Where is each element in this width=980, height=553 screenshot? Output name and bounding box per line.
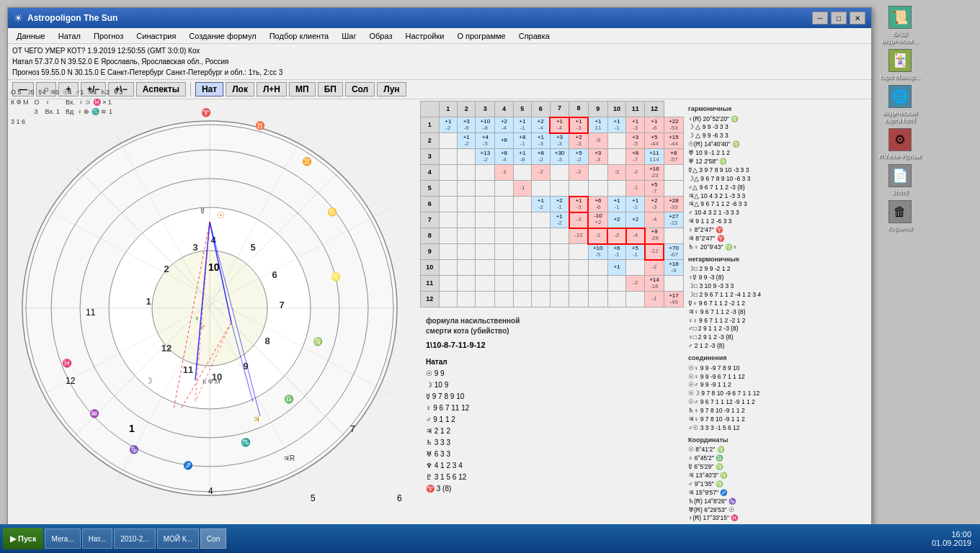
- svg-text:7: 7: [279, 300, 284, 310]
- menu-step[interactable]: Шаг: [336, 30, 362, 42]
- grid-header-2: 2: [458, 102, 476, 117]
- inharmonic-row-1: ☽□ 2 9 9 -2 1 2: [688, 265, 870, 274]
- grid-header-1: 1: [439, 102, 457, 117]
- natal-line-7: ♄ 3 3 3: [426, 437, 537, 449]
- window-controls: ─ □ ✕: [812, 12, 865, 24]
- desktop-area: 📜 ВАШ ведически... 🃏 таро Манар... 🌐 вед…: [872, 0, 980, 553]
- desktop-icon-vash[interactable]: 📜 ВАШ ведически...: [875, 4, 925, 46]
- coord-row-6: ♃ 15°9'57" ♐: [688, 489, 870, 498]
- menu-client[interactable]: Подбор клиента: [264, 30, 335, 42]
- inharmonic-row-10: ♂ 2 1 2 -3 (8): [688, 342, 870, 351]
- minimize-button[interactable]: ─: [812, 12, 828, 24]
- grid-header-10: 10: [607, 102, 626, 117]
- grid-row-5: 5 -1 -1 +5-7: [421, 181, 684, 197]
- harmonic-row-13: ♃ 9 1 1 2 -6 3 3: [688, 217, 870, 226]
- maximize-button[interactable]: □: [831, 12, 847, 24]
- grid-row-3: 3 +13-2 +8-4 +1-8 +8-2 +30-3 +5-2 +3-3 +…: [421, 149, 684, 165]
- desktop-icon-vedic[interactable]: 🌐 ведическая карта.html: [875, 84, 925, 125]
- conjunction-row-3: ☉♂ 9 9 -9 1 1 2: [688, 381, 870, 390]
- main-content: ♈ ♉ ♊ ♋ ♌ ♍ ♎ ♏ ♐ ♑ ♒: [8, 99, 871, 553]
- harmonic-row-5: ♅ 10 9 -1 2 1 2: [688, 149, 870, 158]
- grid-header-5: 5: [513, 102, 531, 117]
- taskbar-item-nат[interactable]: Нат...: [82, 529, 112, 549]
- coord-row-1: ☉ 8°41'2" ♍: [688, 446, 870, 454]
- grid-row-8: 8 -10 -1 -2 -4 +9-28: [421, 228, 684, 244]
- taskbar-item-mega[interactable]: Мега...: [45, 529, 80, 549]
- coord-title: Координаты: [688, 436, 870, 446]
- chart-panel: ♈ ♉ ♊ ♋ ♌ ♍ ♎ ♏ ♐ ♑ ♒: [8, 99, 419, 553]
- grid-header-9: 9: [588, 102, 607, 117]
- grid-header-3: 3: [476, 102, 495, 117]
- menu-about[interactable]: О программе: [451, 30, 511, 42]
- grid-row-12: 12 -1 +17-49: [421, 292, 684, 307]
- conjunction-row-6: ♄♀ 9 7 8 10 -9 1 1 2: [688, 407, 870, 415]
- harmonic-title: гармоничные: [688, 104, 870, 114]
- natal-line-8: ♅ 6 3 3: [426, 449, 537, 460]
- harmonic-row-11: ♃△ 9 6 7 1 1 2 -6 3 3: [688, 200, 870, 209]
- conjunction-title: соединения: [688, 354, 870, 364]
- menu-synastry[interactable]: Синастрия: [130, 30, 182, 42]
- grid-header-12: 12: [645, 102, 664, 117]
- svg-text:♌: ♌: [331, 271, 341, 282]
- taskbar-item-con[interactable]: Con: [200, 529, 226, 549]
- menu-bar: Данные Натал Прогноз Синастрия Создание …: [8, 28, 871, 44]
- taskbar-item-2010[interactable]: 2010-2...: [114, 529, 155, 549]
- desktop-icon-2html[interactable]: 📄 2html: [875, 163, 925, 197]
- inharmonic-row-9: ♀□ 2 9 1 2 -3 (8): [688, 333, 870, 342]
- svg-text:♃: ♃: [253, 415, 260, 423]
- svg-text:☿: ☿: [200, 207, 205, 215]
- conjunction-row-2: ☉♀ 9 9 -9 6 7 1 1 12: [688, 373, 870, 382]
- svg-text:11: 11: [86, 307, 96, 318]
- svg-text:12: 12: [66, 376, 76, 386]
- menu-natal[interactable]: Натал: [53, 30, 86, 42]
- grid-row-2: 2 +1-2 +4-5 +6 +8-1 +1-3 +3-3 +2-3 -9 +3…: [421, 133, 684, 149]
- menu-formulas[interactable]: Создание формул: [183, 30, 262, 42]
- harmonic-row-4: ☉(R) 14°40'40" ♍: [688, 140, 870, 149]
- svg-text:К Ф М: К Ф М: [202, 378, 220, 385]
- grid-panel: 1 2 3 4 5 6 7 8 9 10 11 12: [419, 99, 685, 553]
- harmonic-row-12: ♂ 10 4 3 2 1 -3 3 3: [688, 209, 870, 217]
- menu-forecast[interactable]: Прогноз: [88, 30, 129, 42]
- desktop-icon-trash[interactable]: 🗑 Корзина: [875, 199, 925, 233]
- desktop-icon-taro[interactable]: 🃏 таро Манар...: [875, 48, 925, 82]
- harmonic-row-3: ☽ △ 9 9 -6 3 3: [688, 132, 870, 140]
- harmonic-row-15: ♃ 8°2'47" ♈: [688, 235, 870, 243]
- svg-text:☉: ☉: [217, 210, 225, 220]
- harmonic-row-10: ♃△ 10 4 3 2 1 -3 3 3: [688, 192, 870, 201]
- menu-help[interactable]: Справка: [513, 30, 556, 42]
- taskbar-item-moi[interactable]: МОЙ К...: [157, 529, 199, 549]
- start-button[interactable]: ▶ Пуск: [3, 528, 43, 549]
- coord-row-3: ☿ 6°5'29" ♍: [688, 463, 870, 472]
- menu-image[interactable]: Образ: [363, 30, 398, 42]
- inharmonic-row-4: ☽□ 2 9 6 7 1 1 2 -4 1 2 3 4: [688, 291, 870, 300]
- close-button[interactable]: ✕: [850, 12, 865, 24]
- svg-text:6: 6: [272, 269, 277, 280]
- svg-text:2: 2: [164, 264, 169, 274]
- natal-line-6: ♃ 2 1 2: [426, 426, 537, 437]
- formula-text: 1\10-8-7-11-9-12: [426, 339, 537, 352]
- natal-line-2: ☽ 10 9: [426, 379, 537, 391]
- inharmonic-row-2: ♀☿ 9 9 -3 (8): [688, 274, 870, 282]
- grid-row-1: 1 +1-2 +3-6 +10-8 +2-4 +1-1 +2-4 +1-4 +1…: [421, 117, 684, 133]
- harmonic-row-8: ☽△ 9 6 7 8 9 10 -6 3 3: [688, 175, 870, 184]
- coord-row-8: ♅(R) 6°26'53" ☉: [688, 506, 870, 515]
- harmonic-row-7: ☿△ 3 9 7 8 9 10 -3 3 3: [688, 166, 870, 175]
- desktop-icon-rv[interactable]: ⚙ RV.exe-Ярлык: [875, 127, 925, 161]
- coord-row-9: ♀(R) 17°33'15" ♓: [688, 514, 870, 523]
- grid-row-11: 11 -2 +14-16: [421, 276, 684, 292]
- svg-text:10: 10: [208, 261, 220, 273]
- harmonic-row-6: ♅ 12 2'58" ♍: [688, 158, 870, 166]
- app-window: ☀ Astropoligon The Sun ─ □ ✕ Данные Ната…: [7, 7, 872, 546]
- conjunction-row-7: ♃♀ 9 7 8 10 -9 1 1 2: [688, 415, 870, 424]
- formula-title: формула насильственной смерти кота (убий…: [426, 316, 537, 336]
- natal-line-10: ♇ 3 1 5 6 12: [426, 472, 537, 483]
- svg-text:♃R: ♃R: [283, 454, 295, 462]
- menu-data[interactable]: Данные: [11, 30, 51, 42]
- menu-settings[interactable]: Настройки: [399, 30, 450, 42]
- conjunction-row-5: ☉♂ 9 6 7 1 1 12 -9 1 1 2: [688, 398, 870, 407]
- svg-text:♒: ♒: [89, 408, 99, 418]
- svg-text:♓: ♓: [62, 358, 72, 368]
- svg-text:♊: ♊: [302, 156, 312, 166]
- conjunction-row-1: ☉♀ 9 9 -9 7 8 9 10: [688, 364, 870, 373]
- grid-row-9: 9 +10-5 +6-1 +5-1 -12 +70-67: [421, 244, 684, 260]
